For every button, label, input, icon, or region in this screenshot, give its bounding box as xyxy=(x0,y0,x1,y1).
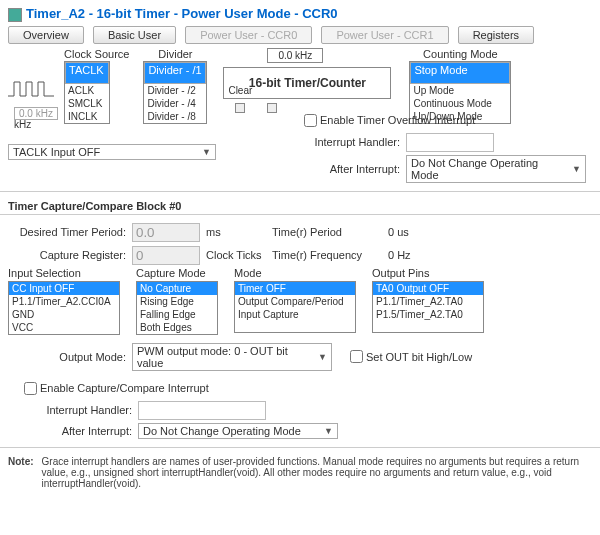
output-mode-label: Output Mode: xyxy=(8,351,126,363)
output-mode-select[interactable]: PWM output mode: 0 - OUT bit value▼ xyxy=(132,343,332,371)
timer-period-label: Time(r) Period xyxy=(272,226,382,238)
list-item[interactable]: INCLK xyxy=(65,110,109,123)
list-item[interactable]: GND xyxy=(9,308,119,321)
clock-source-list[interactable]: TACLKACLKSMCLKINCLK xyxy=(64,61,110,124)
tab-pu-ccr0: Power User - CCR0 xyxy=(185,26,312,44)
tab-basic[interactable]: Basic User xyxy=(93,26,176,44)
timer-period-value: 0 us xyxy=(388,226,448,238)
output-pins-list[interactable]: TA0 Output OFFP1.1/Timer_A2.TA0P1.5/Time… xyxy=(372,281,484,333)
list-item[interactable]: Falling Edge xyxy=(137,308,217,321)
list-item[interactable]: Divider - /8 xyxy=(144,110,206,123)
chevron-down-icon: ▼ xyxy=(324,426,333,436)
page-title: Timer_A2 - 16-bit Timer - Power User Mod… xyxy=(26,6,338,21)
list-item[interactable]: CC Input OFF xyxy=(9,282,119,295)
timer-freq-label: Time(r) Frequency xyxy=(272,249,382,261)
capture-mode-list[interactable]: No CaptureRising EdgeFalling EdgeBoth Ed… xyxy=(136,281,218,335)
cc-int-handler-input[interactable] xyxy=(138,401,266,420)
list-item[interactable]: Input Capture xyxy=(235,308,355,321)
chevron-down-icon: ▼ xyxy=(572,164,581,174)
desired-period-label: Desired Timer Period: xyxy=(8,226,126,238)
input-selection-list[interactable]: CC Input OFFP1.1/Timer_A2.CCI0AGNDVCC xyxy=(8,281,120,335)
list-item[interactable]: SMCLK xyxy=(65,97,109,110)
list-item[interactable]: TACLK xyxy=(65,62,109,84)
tab-overview[interactable]: Overview xyxy=(8,26,84,44)
list-item[interactable]: Divider - /4 xyxy=(144,97,206,110)
clock-waveform-icon xyxy=(6,72,60,106)
cc-int-handler-label: Interrupt Handler: xyxy=(20,404,132,416)
enable-overflow-label: Enable Timer Overflow Interrupt xyxy=(320,114,475,126)
list-item[interactable]: Output Compare/Period xyxy=(235,295,355,308)
cc-after-int-label: After Interrupt: xyxy=(20,425,132,437)
chevron-down-icon: ▼ xyxy=(202,147,211,157)
clock-source-label: Clock Source xyxy=(64,48,129,60)
counting-mode-label: Counting Mode xyxy=(409,48,511,60)
enable-cc-interrupt-checkbox[interactable] xyxy=(24,382,37,395)
int-handler-label: Interrupt Handler: xyxy=(300,136,400,148)
cc-block-title: Timer Capture/Compare Block #0 xyxy=(8,200,592,212)
list-item[interactable]: P1.1/Timer_A2.TA0 xyxy=(373,295,483,308)
pin-box xyxy=(267,103,277,113)
desired-period-input[interactable] xyxy=(132,223,200,242)
tab-pu-ccr1: Power User - CCR1 xyxy=(321,26,448,44)
list-item[interactable]: P1.1/Timer_A2.CCI0A xyxy=(9,295,119,308)
capture-mode-label: Capture Mode xyxy=(136,267,218,279)
list-item[interactable]: Continuous Mode xyxy=(410,97,510,110)
divider-list[interactable]: Divider - /1Divider - /2Divider - /4Divi… xyxy=(143,61,207,124)
mode-list[interactable]: Timer OFFOutput Compare/PeriodInput Capt… xyxy=(234,281,356,333)
list-item[interactable]: Divider - /2 xyxy=(144,84,206,97)
list-item[interactable]: P1.5/Timer_A2.TA0 xyxy=(373,308,483,321)
module-icon xyxy=(8,8,22,22)
list-item[interactable]: Both Edges xyxy=(137,321,217,334)
tab-bar: Overview Basic User Power User - CCR0 Po… xyxy=(8,26,592,44)
list-item[interactable]: Divider - /1 xyxy=(144,62,206,84)
divider-label: Divider xyxy=(143,48,207,60)
list-item[interactable]: No Capture xyxy=(137,282,217,295)
list-item[interactable]: Timer OFF xyxy=(235,282,355,295)
note-label: Note: xyxy=(8,456,34,489)
input-sel-label: Input Selection xyxy=(8,267,120,279)
capture-reg-input[interactable] xyxy=(132,246,200,265)
list-item[interactable]: Up Mode xyxy=(410,84,510,97)
output-pins-label: Output Pins xyxy=(372,267,484,279)
note-text: Grace interrupt handlers are names of us… xyxy=(42,456,592,489)
list-item[interactable]: VCC xyxy=(9,321,119,334)
pin-box xyxy=(235,103,245,113)
after-int-label: After Interrupt: xyxy=(300,163,400,175)
timer-freq-display: 0.0 kHz xyxy=(267,48,323,63)
tab-registers[interactable]: Registers xyxy=(458,26,534,44)
int-handler-input[interactable] xyxy=(406,133,494,152)
chevron-down-icon: ▼ xyxy=(318,352,327,362)
list-item[interactable]: Rising Edge xyxy=(137,295,217,308)
enable-overflow-interrupt-checkbox[interactable] xyxy=(304,114,317,127)
set-out-bit-checkbox[interactable] xyxy=(350,350,363,363)
mode-label: Mode xyxy=(234,267,356,279)
clear-label: Clear xyxy=(228,85,252,96)
after-interrupt-select[interactable]: Do Not Change Operating Mode▼ xyxy=(406,155,586,183)
timer-counter-box: 16-bit Timer/Counter Clear xyxy=(223,67,391,99)
list-item[interactable]: Stop Mode xyxy=(410,62,510,84)
list-item[interactable]: TA0 Output OFF xyxy=(373,282,483,295)
taclk-input-select[interactable]: TACLK Input OFF▼ xyxy=(8,144,216,160)
cc-after-interrupt-select[interactable]: Do Not Change Operating Mode▼ xyxy=(138,423,338,439)
timer-freq-value: 0 Hz xyxy=(388,249,448,261)
capture-reg-label: Capture Register: xyxy=(8,249,126,261)
list-item[interactable]: ACLK xyxy=(65,84,109,97)
